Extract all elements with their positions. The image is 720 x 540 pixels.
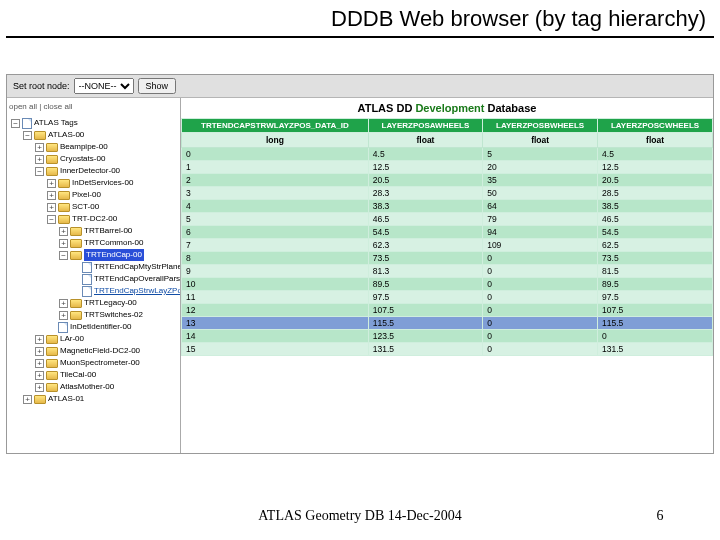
expand-icon[interactable]: +	[35, 371, 44, 380]
expand-icon[interactable]: +	[59, 299, 68, 308]
expand-icon[interactable]: +	[35, 383, 44, 392]
tree-node[interactable]: +SCT-00	[45, 201, 178, 213]
expand-icon[interactable]: +	[59, 311, 68, 320]
tree-node[interactable]: +TileCal-00	[33, 369, 178, 381]
tree-label[interactable]: Beampipe-00	[60, 141, 108, 153]
table-row[interactable]: 112.52012.5	[182, 161, 713, 174]
expand-icon[interactable]: +	[35, 143, 44, 152]
table-row[interactable]: 220.53520.5	[182, 174, 713, 187]
expand-icon[interactable]: +	[35, 347, 44, 356]
collapse-icon[interactable]: −	[59, 251, 68, 260]
table-row[interactable]: 1197.5097.5	[182, 291, 713, 304]
tree-label[interactable]: ATLAS-01	[48, 393, 84, 405]
table-row[interactable]: 438.36438.5	[182, 200, 713, 213]
tree-label[interactable]: TRTEndCap-00	[84, 249, 144, 261]
expand-icon[interactable]: +	[35, 359, 44, 368]
tree-label[interactable]: TRTBarrel-00	[84, 225, 132, 237]
table-row[interactable]: 1089.5089.5	[182, 278, 713, 291]
show-button[interactable]: Show	[138, 78, 177, 94]
tree-node[interactable]: −ATLAS Tags	[9, 117, 178, 129]
open-all-link[interactable]: open all	[9, 102, 37, 111]
collapse-icon[interactable]: −	[11, 119, 20, 128]
expand-icon[interactable]: +	[47, 179, 56, 188]
folder-icon	[58, 191, 70, 200]
table-row[interactable]: 04.554.5	[182, 148, 713, 161]
expand-icon[interactable]: +	[59, 239, 68, 248]
tree-node[interactable]: +MagneticField-DC2-00	[33, 345, 178, 357]
expand-icon[interactable]: +	[47, 191, 56, 200]
collapse-icon[interactable]: −	[47, 215, 56, 224]
table-row[interactable]: 546.57946.5	[182, 213, 713, 226]
tree-node[interactable]: +TRTBarrel-00	[57, 225, 178, 237]
data-cell: 12	[182, 304, 369, 317]
tree-label[interactable]: ATLAS-00	[48, 129, 84, 141]
expand-icon[interactable]: +	[47, 203, 56, 212]
tree-node[interactable]: +InDetServices-00	[45, 177, 178, 189]
collapse-icon[interactable]: −	[23, 131, 32, 140]
close-all-link[interactable]: close all	[44, 102, 73, 111]
table-row[interactable]: 328.35028.5	[182, 187, 713, 200]
tree-node[interactable]: −ATLAS-00	[21, 129, 178, 141]
tree-label[interactable]: TRTEndCapStrwLayZPos-00	[94, 285, 181, 297]
tree-node[interactable]: −TRTEndCap-00	[57, 249, 178, 261]
tree-label[interactable]: TileCal-00	[60, 369, 96, 381]
tree-label[interactable]: TRTCommon-00	[84, 237, 143, 249]
tree-label[interactable]: Pixel-00	[72, 189, 101, 201]
tree-pane[interactable]: open all | close all −ATLAS Tags−ATLAS-0…	[7, 98, 181, 453]
data-cell: 14	[182, 330, 369, 343]
tree-label[interactable]: InDetIdentifier-00	[70, 321, 131, 333]
tree-node[interactable]: −TRT-DC2-00	[45, 213, 178, 225]
data-cell: 0	[483, 265, 598, 278]
table-row[interactable]: 13115.50115.5	[182, 317, 713, 330]
tree-label[interactable]: TRTEndCapOverallPars-00	[94, 273, 181, 285]
collapse-icon[interactable]: −	[35, 167, 44, 176]
tree-label[interactable]: TRTEndCapMtyStrPlanes-00	[94, 261, 181, 273]
tree-node[interactable]: −InnerDetector-00	[33, 165, 178, 177]
data-cell: 0	[182, 148, 369, 161]
tree-node[interactable]: +TRTLegacy-00	[57, 297, 178, 309]
table-row[interactable]: 981.3081.5	[182, 265, 713, 278]
folder-icon	[58, 179, 70, 188]
data-cell: 38.3	[368, 200, 482, 213]
tree-label[interactable]: TRT-DC2-00	[72, 213, 117, 225]
tree-label[interactable]: MagneticField-DC2-00	[60, 345, 140, 357]
table-row[interactable]: 12107.50107.5	[182, 304, 713, 317]
expand-icon[interactable]: +	[35, 335, 44, 344]
tree-label[interactable]: MuonSpectrometer-00	[60, 357, 140, 369]
root-node-select[interactable]: --NONE--	[74, 78, 134, 94]
expand-icon[interactable]: +	[23, 395, 32, 404]
tree-label[interactable]: InDetServices-00	[72, 177, 133, 189]
tree-node[interactable]: TRTEndCapMtyStrPlanes-00	[69, 261, 178, 273]
tree-node[interactable]: +Pixel-00	[45, 189, 178, 201]
tree-label[interactable]: LAr-00	[60, 333, 84, 345]
tree-node[interactable]: +Beampipe-00	[33, 141, 178, 153]
data-cell: 73.5	[368, 252, 482, 265]
table-row[interactable]: 762.310962.5	[182, 239, 713, 252]
tree-node[interactable]: +Cryostats-00	[33, 153, 178, 165]
tree-label[interactable]: AtlasMother-00	[60, 381, 114, 393]
expand-icon[interactable]: +	[35, 155, 44, 164]
table-row[interactable]: 14123.500	[182, 330, 713, 343]
tree-node[interactable]: +AtlasMother-00	[33, 381, 178, 393]
table-row[interactable]: 873.5073.5	[182, 252, 713, 265]
tree-label[interactable]: InnerDetector-00	[60, 165, 120, 177]
tree-node[interactable]: InDetIdentifier-00	[45, 321, 178, 333]
tree-node[interactable]: +ATLAS-01	[21, 393, 178, 405]
data-cell: 13	[182, 317, 369, 330]
tree-label[interactable]: Cryostats-00	[60, 153, 105, 165]
folder-icon	[46, 359, 58, 368]
table-row[interactable]: 15131.50131.5	[182, 343, 713, 356]
type-cell: float	[483, 133, 598, 148]
tree-label[interactable]: TRTSwitches-02	[84, 309, 143, 321]
tree-label[interactable]: TRTLegacy-00	[84, 297, 137, 309]
expand-icon[interactable]: +	[59, 227, 68, 236]
tree-node[interactable]: +MuonSpectrometer-00	[33, 357, 178, 369]
tree-node[interactable]: TRTEndCapStrwLayZPos-00	[69, 285, 178, 297]
tree-node[interactable]: +TRTCommon-00	[57, 237, 178, 249]
table-row[interactable]: 654.59454.5	[182, 226, 713, 239]
tree-label[interactable]: SCT-00	[72, 201, 99, 213]
tree-node[interactable]: +LAr-00	[33, 333, 178, 345]
tree-node[interactable]: +TRTSwitches-02	[57, 309, 178, 321]
tree-node[interactable]: TRTEndCapOverallPars-00	[69, 273, 178, 285]
tree-label[interactable]: ATLAS Tags	[34, 117, 78, 129]
